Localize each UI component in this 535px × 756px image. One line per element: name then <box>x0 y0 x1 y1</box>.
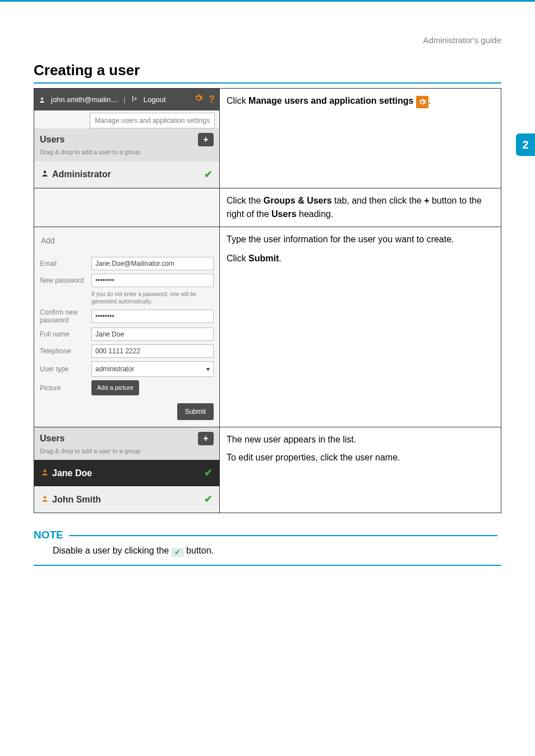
checkmark-icon[interactable]: ✔ <box>204 465 213 481</box>
user-name-label: John Smith <box>52 493 101 506</box>
settings-tooltip: Manage users and application settings <box>90 113 215 128</box>
confirm-label: Confirm new password <box>40 308 91 325</box>
submit-button[interactable]: Submit <box>177 403 214 420</box>
step3-screenshot: Add Email New password If you do not ent… <box>34 227 220 427</box>
chevron-down-icon: ▾ <box>206 364 210 374</box>
user-icon <box>39 94 45 105</box>
app-topbar: john.smith@mailin… | Logout ? <box>34 89 219 110</box>
users-header: Users Drag & drop to add a user to a gro… <box>34 128 219 162</box>
checkmark-icon[interactable]: ✔ <box>204 167 213 182</box>
user-icon <box>41 168 49 181</box>
picture-label: Picture <box>40 383 91 393</box>
users-title: Users <box>40 432 140 445</box>
logout-icon <box>131 94 138 105</box>
note-rule <box>34 565 501 566</box>
user-icon <box>41 467 49 480</box>
svg-point-0 <box>41 98 43 100</box>
telephone-label: Telephone <box>40 346 91 356</box>
user-row-admin[interactable]: Administrator ✔ <box>34 162 219 188</box>
svg-point-3 <box>44 496 47 499</box>
steps-table: john.smith@mailin… | Logout ? Manage use… <box>34 88 501 513</box>
user-row-jane[interactable]: Jane Doe ✔ <box>34 460 219 486</box>
telephone-field[interactable] <box>91 344 214 358</box>
help-icon[interactable]: ? <box>209 92 215 107</box>
user-icon <box>41 493 49 506</box>
gear-icon <box>416 96 428 108</box>
logout-label[interactable]: Logout <box>144 94 166 105</box>
checkmark-icon[interactable]: ✔ <box>204 492 213 507</box>
add-form-title: Add <box>40 231 214 253</box>
step3-text: Type the user information for the user y… <box>220 227 501 427</box>
step4-screenshot: Users Drag & drop to add a user to a gro… <box>34 427 220 513</box>
add-user-button[interactable]: + <box>198 432 214 445</box>
gear-icon[interactable] <box>194 94 203 106</box>
step2-screenshot <box>34 188 220 227</box>
add-picture-button[interactable]: Add a picture <box>91 380 139 395</box>
fullname-label: Full name <box>40 329 91 339</box>
step2-text: Click the Groups & Users tab, and then c… <box>220 188 501 227</box>
email-field[interactable] <box>91 257 214 270</box>
confirm-field[interactable] <box>91 310 214 323</box>
users-hint: Drag & drop to add a user to a group <box>40 446 140 456</box>
usertype-label: User type <box>40 364 91 374</box>
step4-text: The new user appears in the list. To edi… <box>220 427 501 513</box>
svg-point-2 <box>44 469 47 472</box>
note-heading: NOTE <box>34 529 501 541</box>
note-body: Disable a user by clicking the ✔ button. <box>34 541 501 565</box>
section-tab: 2 <box>516 133 535 156</box>
doc-header: Administrator's guide <box>34 2 501 45</box>
user-name-label: Jane Doe <box>52 467 92 480</box>
topbar-user: john.smith@mailin… <box>51 94 118 105</box>
usertype-select[interactable]: administrator ▾ <box>91 361 214 377</box>
user-row-john[interactable]: John Smith ✔ <box>34 486 219 513</box>
pw-hint: If you do not enter a password, one will… <box>91 291 214 305</box>
step1-screenshot: john.smith@mailin… | Logout ? Manage use… <box>34 89 220 188</box>
users-title: Users <box>40 133 140 146</box>
svg-point-1 <box>44 170 47 173</box>
email-label: Email <box>40 259 91 269</box>
usertype-value: administrator <box>95 364 134 374</box>
step1-text: Click Manage users and application setti… <box>220 89 501 188</box>
user-name-label: Administrator <box>52 168 111 181</box>
page-title: Creating a user <box>34 62 501 79</box>
users-hint: Drag & drop to add a user to a group <box>40 147 140 157</box>
add-user-button[interactable]: + <box>198 133 214 146</box>
newpw-label: New password <box>40 275 91 285</box>
checkmark-icon: ✔ <box>172 548 184 557</box>
title-rule <box>34 82 501 84</box>
fullname-field[interactable] <box>91 328 214 341</box>
newpw-field[interactable] <box>91 274 214 287</box>
users-header: Users Drag & drop to add a user to a gro… <box>34 427 219 460</box>
